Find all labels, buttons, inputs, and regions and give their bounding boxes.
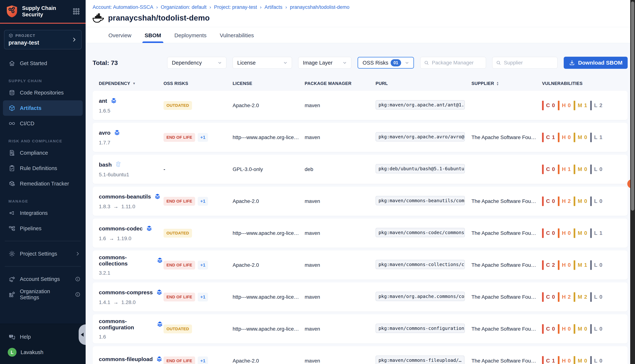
table-row[interactable]: avro 1.7.7 END OF LIFE+1 http---www.apac… <box>93 123 628 152</box>
purl-chip[interactable]: pkg:deb/ubuntu/bash@5.1-6ubuntu1 <box>375 164 465 174</box>
dependency-version: 1.4.1→1.28.0 <box>99 300 163 305</box>
vulnerabilities-cell: C0H2M2L0 <box>542 292 621 302</box>
oss-risks-cell: OUTDATED <box>163 229 233 238</box>
sidebar-item-rule-definitions[interactable]: Rule Definitions <box>0 160 86 176</box>
sidebar-item-ci-cd[interactable]: CI/CD <box>0 116 86 131</box>
oss-risks-cell: - <box>163 166 233 172</box>
package-manager-search <box>420 57 486 68</box>
upgrade-arrow-icon: → <box>109 236 114 242</box>
purl-chip[interactable]: pkg:maven/commons-fileupload/… <box>375 356 465 364</box>
sidebar-collapse-button[interactable] <box>79 324 86 345</box>
risk-badge-more[interactable]: +1 <box>198 133 208 142</box>
divider <box>5 241 81 241</box>
tab-vulnerabilities[interactable]: Vulnerabilities <box>218 32 255 43</box>
sidebar-item-help[interactable]: ?Help <box>0 329 86 344</box>
table-row[interactable]: commons-configuration 1.6 OUTDATED http-… <box>93 314 628 344</box>
download-icon <box>569 60 575 66</box>
table-row[interactable]: commons-beanutils 1.8.3→1.11.0 END OF LI… <box>93 186 628 216</box>
purl-chip[interactable]: pkg:maven/org.apache.commons/com… <box>375 292 465 301</box>
table-row[interactable]: commons-collections 3.2.1 END OF LIFE+1 … <box>93 250 628 280</box>
download-sbom-button[interactable]: Download SBOM <box>564 57 628 69</box>
tab-deployments[interactable]: Deployments <box>173 32 208 43</box>
table-row[interactable]: commons-compress 1.4.1→1.28.0 END OF LIF… <box>93 282 628 312</box>
search-icon <box>496 60 501 66</box>
breadcrumb-link[interactable]: Artifacts <box>264 4 282 10</box>
breadcrumb-link[interactable]: Account: Automation-SSCA <box>93 4 153 10</box>
supplier-cell: The Apache Software Foun… <box>472 134 542 140</box>
supplier-cell: The Apache Software Foun… <box>472 262 542 268</box>
vuln-medium: M0 <box>574 324 587 334</box>
project-selector[interactable]: PROJECT pranay-test <box>4 30 82 49</box>
vuln-high: H2 <box>558 292 571 302</box>
sidebar-item-organization-settings[interactable]: Organization Settings <box>0 287 86 302</box>
sidebar-item-integrations[interactable]: Integrations <box>0 205 86 221</box>
purl-cell: pkg:maven/org.apache.commons/com… <box>375 292 472 302</box>
package-manager-cell: maven <box>305 134 375 140</box>
user-menu[interactable]: LLavakush <box>0 344 86 360</box>
dependency-name: commons-fileupload <box>99 356 153 362</box>
collapse-arrow-icon <box>81 333 84 337</box>
risk-badge-more[interactable]: +1 <box>198 293 208 302</box>
sidebar-section-risk-and-compliance: RISK AND COMPLIANCE <box>9 139 86 143</box>
supplier-search-input[interactable] <box>503 60 554 66</box>
purl-chip[interactable]: pkg:maven/org.apache.avro/avro@1… <box>375 132 465 142</box>
breadcrumb-link[interactable]: Project: pranay-test <box>214 4 257 10</box>
purl-chip[interactable]: pkg:maven/org.apache.ant/ant@1.6… <box>375 100 465 110</box>
risk-badge-more[interactable]: +1 <box>198 356 208 364</box>
column-header-dependency[interactable]: DEPENDENCY▼ <box>99 81 163 86</box>
chevron-right-icon <box>71 37 77 42</box>
vuln-medium: M0 <box>574 228 587 238</box>
sidebar-item-pipelines[interactable]: Pipelines <box>0 221 86 236</box>
filter-bar: Total: 73 Dependency License Image Layer <box>93 57 628 69</box>
purl-chip[interactable]: pkg:maven/commons-collections/co… <box>375 260 465 269</box>
breadcrumb-link[interactable]: Organization: default <box>161 4 206 10</box>
purl-chip[interactable]: pkg:maven/commons-configuration/… <box>375 324 465 333</box>
vulnerabilities-cell: C2H0M1L0 <box>542 260 621 270</box>
table-row[interactable]: commons-fileupload END OF LIFE+1 Apache-… <box>93 346 628 364</box>
risk-badge-more[interactable]: +1 <box>198 197 208 206</box>
dependency-name: commons-configuration <box>99 318 153 330</box>
layers-icon <box>110 97 117 104</box>
table-row[interactable]: commons-codec 1.6→1.19.0 OUTDATED http--… <box>93 218 628 248</box>
sidebar-item-compliance[interactable]: Compliance <box>0 145 86 160</box>
sidebar-section-supply-chain: SUPPLY CHAIN <box>9 79 86 83</box>
column-header-supplier[interactable]: SUPPLIER▲▼ <box>472 81 542 86</box>
sidebar-item-code-repositories[interactable]: Code Repositories <box>0 85 86 100</box>
sidebar-item-artifacts[interactable]: Artifacts <box>3 100 83 116</box>
package-manager-cell: maven <box>305 262 375 268</box>
svg-text:?: ? <box>10 335 12 338</box>
vuln-low: L0 <box>590 324 602 334</box>
page-scrollbar[interactable] <box>630 0 635 364</box>
column-header-oss-risks: OSS RISKS <box>163 81 233 86</box>
sidebar-item-project-settings[interactable]: Project Settings <box>0 246 86 262</box>
oss-risks-filter[interactable]: OSS Risks 01 <box>358 57 414 68</box>
license-filter[interactable]: License <box>233 57 292 68</box>
image-layer-filter[interactable]: Image Layer <box>298 57 351 68</box>
breadcrumb-separator: › <box>156 4 158 10</box>
chevron-down-icon <box>404 60 410 66</box>
breadcrumb-separator: › <box>260 4 262 10</box>
risk-badge-eol: END OF LIFE <box>163 197 195 206</box>
purl-chip[interactable]: pkg:maven/commons-beanutils/comm… <box>375 196 465 205</box>
package-manager-search-input[interactable] <box>432 60 483 66</box>
license-cell: http---www.apache.org-lice… <box>233 230 305 236</box>
tab-sbom[interactable]: SBOM <box>143 32 163 43</box>
project-label: PROJECT <box>16 34 35 38</box>
vuln-medium: M0 <box>574 133 587 142</box>
breadcrumb-link[interactable]: pranaycshah/todolist-demo <box>290 4 349 10</box>
risk-badge-more[interactable]: +1 <box>198 261 208 270</box>
apps-grid-icon[interactable] <box>72 8 80 15</box>
scrollbar-thumb[interactable] <box>631 2 634 210</box>
table-row[interactable]: bash 5.1-6ubuntu1 - GPL-3.0-only deb pkg… <box>93 155 628 184</box>
vulnerabilities-cell: C0H0M0L0 <box>542 324 621 334</box>
sidebar-item-remediation-tracker[interactable]: Remediation Tracker <box>0 176 86 191</box>
dependency-filter[interactable]: Dependency <box>167 57 226 68</box>
table-row[interactable]: ant 1.6.5 OUTDATED Apache-2.0 maven pkg:… <box>93 91 628 120</box>
risk-badge-eol: END OF LIFE <box>163 293 195 302</box>
purl-chip[interactable]: pkg:maven/commons-codec/commons-… <box>375 228 465 237</box>
tab-overview[interactable]: Overview <box>107 32 133 43</box>
app-title: Supply Chain Security <box>22 5 68 18</box>
breadcrumb-separator: › <box>209 4 211 10</box>
sidebar-item-account-settings[interactable]: Account Settings <box>0 271 86 287</box>
sidebar-item-get-started[interactable]: Get Started <box>0 56 86 71</box>
